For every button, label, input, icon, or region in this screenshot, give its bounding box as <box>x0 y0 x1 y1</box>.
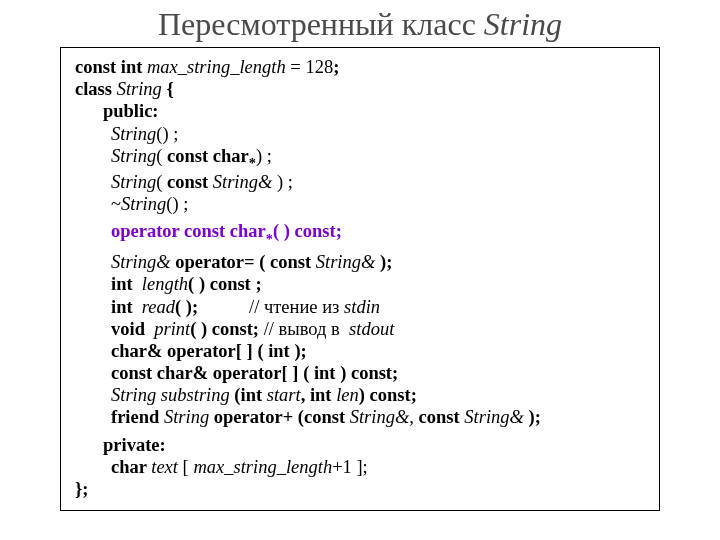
ident: String <box>117 79 167 99</box>
kw: const <box>419 407 465 427</box>
comment: // вывод в <box>259 319 349 339</box>
punct: () ; <box>166 194 188 214</box>
punct: ); <box>529 407 541 427</box>
code-line: friend String operator+ (const String&, … <box>75 406 645 428</box>
code-line: String( const String& ) ; <box>75 171 645 193</box>
ident: print <box>154 319 190 339</box>
kw: operator= ( const <box>175 252 316 272</box>
punct: { <box>166 79 173 99</box>
punct: ~ <box>111 194 121 214</box>
code-line: char& operator[ ] ( int ); <box>75 340 645 362</box>
ident: max_string_length <box>193 457 332 477</box>
kw: const <box>167 172 213 192</box>
kw: class <box>75 79 117 99</box>
kw: void <box>111 319 154 339</box>
code-line: String() ; <box>75 123 645 145</box>
ident: max_string_length <box>147 57 290 77</box>
ident: String <box>111 172 156 192</box>
code-line: String( const char*) ; <box>75 145 645 171</box>
kw: friend <box>111 407 164 427</box>
punct: ) ; <box>256 146 272 166</box>
code-line: }; <box>75 478 645 500</box>
kw: operator+ (const <box>214 407 350 427</box>
punct: () ; <box>156 124 178 144</box>
ident: text <box>151 457 182 477</box>
ident: String substring <box>111 385 234 405</box>
code-box: const int max_string_length = 128; class… <box>60 47 660 511</box>
punct: ( ); <box>175 297 198 317</box>
code-line: const int max_string_length = 128; <box>75 56 645 78</box>
ident: String <box>111 146 156 166</box>
code-line: class String { <box>75 78 645 100</box>
code-line: public: <box>75 100 645 122</box>
kw: char <box>230 221 266 241</box>
ident: stdin <box>344 297 380 317</box>
ident: start <box>267 385 301 405</box>
kw: (int <box>234 385 266 405</box>
code-line: String& operator= ( const String& ); <box>75 251 645 273</box>
code-line: const char& operator[ ] ( int ) const; <box>75 362 645 384</box>
punct: ) const; <box>359 385 417 405</box>
ident: stdout <box>349 319 394 339</box>
punct: ; <box>333 57 339 77</box>
title-plain: Пересмотренный класс <box>158 6 484 42</box>
ident: String <box>121 194 166 214</box>
title-italic: String <box>484 6 562 42</box>
ident: String&, <box>350 407 419 427</box>
kw: const int <box>75 57 147 77</box>
code-line: char text [ max_string_length+1 ]; <box>75 456 645 478</box>
punct: ) ; <box>277 172 293 192</box>
code-line-highlight: operator const char*( ) const; <box>75 220 645 246</box>
punct: ( <box>156 146 167 166</box>
code-line: int length( ) const ; <box>75 273 645 295</box>
punct: ( <box>156 172 167 192</box>
kw: int <box>111 297 142 317</box>
code-line: String substring (int start, int len) co… <box>75 384 645 406</box>
ident: String& <box>111 252 175 272</box>
punct: ( ) const; <box>190 319 259 339</box>
kw: ( ) const; <box>273 221 342 241</box>
ident: len <box>336 385 359 405</box>
num: = 128 <box>290 57 333 77</box>
punct: ( ) const ; <box>188 274 261 294</box>
comment: // чтение из <box>198 297 344 317</box>
ident: String& <box>464 407 528 427</box>
ident: String <box>111 124 156 144</box>
page-title: Пересмотренный класс String <box>0 0 720 47</box>
punct: [ <box>183 457 194 477</box>
kw: int <box>111 274 142 294</box>
star-icon: * <box>266 231 273 247</box>
code-line: ~String() ; <box>75 193 645 215</box>
ident: length <box>142 274 188 294</box>
code-line: int read( ); // чтение из stdin <box>75 296 645 318</box>
punct: +1 ]; <box>332 457 368 477</box>
kw: operator const <box>111 221 230 241</box>
ident: String& <box>316 252 380 272</box>
punct: ); <box>380 252 392 272</box>
kw: , int <box>301 385 336 405</box>
ident: String <box>164 407 214 427</box>
kw: const char <box>167 146 249 166</box>
ident: String& <box>213 172 277 192</box>
star-icon: * <box>249 155 256 171</box>
code-line: private: <box>75 434 645 456</box>
code-line: void print( ) const; // вывод в stdout <box>75 318 645 340</box>
kw: char <box>111 457 151 477</box>
ident: read <box>142 297 175 317</box>
